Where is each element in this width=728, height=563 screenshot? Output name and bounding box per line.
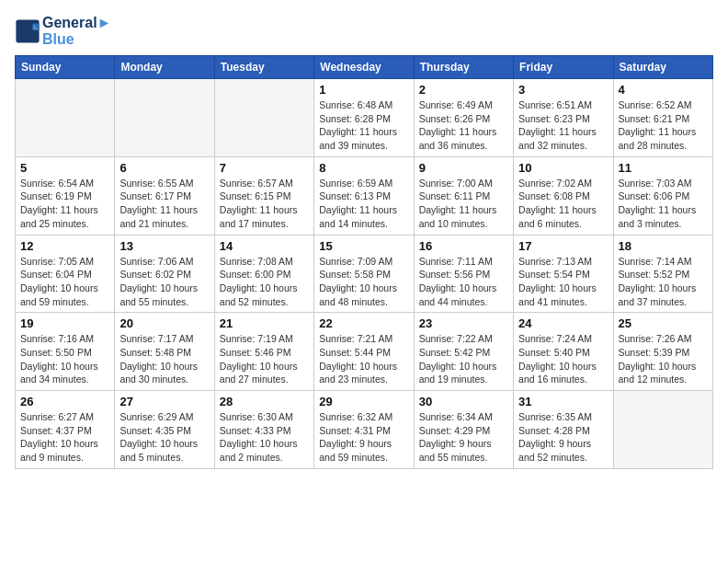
day-number: 10 — [518, 161, 608, 175]
logo-icon — [15, 18, 40, 44]
day-info: Sunrise: 6:30 AMSunset: 4:33 PMDaylight:… — [220, 410, 309, 465]
day-number: 25 — [619, 316, 708, 330]
calendar-day-12: 12Sunrise: 7:05 AMSunset: 6:04 PMDayligh… — [16, 235, 115, 313]
day-number: 2 — [419, 83, 508, 97]
calendar-day-16: 16Sunrise: 7:11 AMSunset: 5:56 PMDayligh… — [414, 235, 513, 313]
day-number: 9 — [419, 161, 508, 175]
day-number: 27 — [119, 395, 209, 408]
calendar-empty-cell — [214, 79, 313, 157]
day-number: 31 — [518, 395, 608, 408]
day-info: Sunrise: 7:06 AMSunset: 6:02 PMDaylight:… — [119, 255, 209, 309]
day-number: 29 — [319, 395, 408, 408]
day-info: Sunrise: 6:52 AMSunset: 6:21 PMDaylight:… — [619, 98, 708, 153]
calendar-day-28: 28Sunrise: 6:30 AMSunset: 4:33 PMDayligh… — [214, 391, 313, 469]
day-number: 8 — [319, 161, 408, 175]
calendar-empty-cell — [16, 79, 115, 157]
day-info: Sunrise: 6:57 AMSunset: 6:15 PMDaylight:… — [220, 177, 309, 231]
day-number: 17 — [518, 239, 608, 253]
calendar-week-3: 12Sunrise: 7:05 AMSunset: 6:04 PMDayligh… — [16, 235, 713, 313]
day-number: 24 — [518, 316, 608, 330]
weekday-header-thursday: Thursday — [414, 56, 513, 79]
weekday-header-sunday: Sunday — [16, 56, 115, 79]
svg-rect-0 — [16, 19, 39, 42]
day-info: Sunrise: 7:00 AMSunset: 6:11 PMDaylight:… — [419, 177, 508, 231]
day-info: Sunrise: 6:51 AMSunset: 6:23 PMDaylight:… — [518, 98, 608, 153]
calendar-day-1: 1Sunrise: 6:48 AMSunset: 6:28 PMDaylight… — [314, 79, 414, 157]
calendar-day-8: 8Sunrise: 6:59 AMSunset: 6:13 PMDaylight… — [314, 156, 414, 235]
logo-text: General► Blue — [42, 15, 111, 48]
day-number: 20 — [119, 316, 209, 330]
calendar-day-3: 3Sunrise: 6:51 AMSunset: 6:23 PMDaylight… — [514, 79, 613, 157]
calendar-week-1: 1Sunrise: 6:48 AMSunset: 6:28 PMDaylight… — [16, 79, 713, 157]
day-number: 18 — [619, 239, 708, 253]
calendar-day-31: 31Sunrise: 6:35 AMSunset: 4:28 PMDayligh… — [514, 391, 613, 469]
day-info: Sunrise: 6:48 AMSunset: 6:28 PMDaylight:… — [319, 98, 408, 153]
calendar-day-27: 27Sunrise: 6:29 AMSunset: 4:35 PMDayligh… — [115, 391, 214, 469]
calendar-day-20: 20Sunrise: 7:17 AMSunset: 5:48 PMDayligh… — [115, 313, 214, 391]
day-info: Sunrise: 7:24 AMSunset: 5:40 PMDaylight:… — [518, 332, 608, 386]
calendar-day-26: 26Sunrise: 6:27 AMSunset: 4:37 PMDayligh… — [16, 391, 115, 469]
day-info: Sunrise: 7:08 AMSunset: 6:00 PMDaylight:… — [220, 255, 309, 309]
calendar-day-9: 9Sunrise: 7:00 AMSunset: 6:11 PMDaylight… — [414, 156, 513, 235]
calendar-day-21: 21Sunrise: 7:19 AMSunset: 5:46 PMDayligh… — [214, 313, 313, 391]
day-number: 7 — [220, 161, 309, 175]
day-number: 26 — [20, 395, 109, 408]
day-info: Sunrise: 7:11 AMSunset: 5:56 PMDaylight:… — [419, 255, 508, 309]
calendar-day-23: 23Sunrise: 7:22 AMSunset: 5:42 PMDayligh… — [414, 313, 513, 391]
calendar-week-4: 19Sunrise: 7:16 AMSunset: 5:50 PMDayligh… — [16, 313, 713, 391]
calendar-day-17: 17Sunrise: 7:13 AMSunset: 5:54 PMDayligh… — [514, 235, 613, 313]
day-number: 23 — [419, 316, 508, 330]
day-number: 19 — [20, 316, 109, 330]
calendar-day-5: 5Sunrise: 6:54 AMSunset: 6:19 PMDaylight… — [16, 156, 115, 235]
day-info: Sunrise: 6:32 AMSunset: 4:31 PMDaylight:… — [319, 410, 408, 465]
calendar-day-7: 7Sunrise: 6:57 AMSunset: 6:15 PMDaylight… — [214, 156, 313, 235]
day-info: Sunrise: 7:03 AMSunset: 6:06 PMDaylight:… — [619, 177, 708, 231]
calendar-week-2: 5Sunrise: 6:54 AMSunset: 6:19 PMDaylight… — [16, 156, 713, 235]
day-info: Sunrise: 7:09 AMSunset: 5:58 PMDaylight:… — [319, 255, 408, 309]
day-number: 22 — [319, 316, 408, 330]
day-info: Sunrise: 6:29 AMSunset: 4:35 PMDaylight:… — [119, 410, 209, 465]
weekday-header-saturday: Saturday — [613, 56, 712, 79]
calendar-table: SundayMondayTuesdayWednesdayThursdayFrid… — [15, 55, 713, 469]
weekday-header-wednesday: Wednesday — [314, 56, 414, 79]
day-info: Sunrise: 7:19 AMSunset: 5:46 PMDaylight:… — [220, 332, 309, 386]
calendar-day-19: 19Sunrise: 7:16 AMSunset: 5:50 PMDayligh… — [16, 313, 115, 391]
day-info: Sunrise: 7:14 AMSunset: 5:52 PMDaylight:… — [619, 255, 708, 309]
calendar-day-25: 25Sunrise: 7:26 AMSunset: 5:39 PMDayligh… — [613, 313, 712, 391]
day-info: Sunrise: 6:27 AMSunset: 4:37 PMDaylight:… — [20, 410, 109, 465]
day-number: 13 — [119, 239, 209, 253]
weekday-header-monday: Monday — [115, 56, 214, 79]
day-info: Sunrise: 7:22 AMSunset: 5:42 PMDaylight:… — [419, 332, 508, 386]
calendar-day-18: 18Sunrise: 7:14 AMSunset: 5:52 PMDayligh… — [613, 235, 712, 313]
day-info: Sunrise: 6:54 AMSunset: 6:19 PMDaylight:… — [20, 177, 109, 231]
calendar-day-10: 10Sunrise: 7:02 AMSunset: 6:08 PMDayligh… — [514, 156, 613, 235]
day-info: Sunrise: 7:13 AMSunset: 5:54 PMDaylight:… — [518, 255, 608, 309]
day-number: 16 — [419, 239, 508, 253]
page-header: General► Blue — [15, 15, 713, 48]
calendar-empty-cell — [613, 391, 712, 469]
calendar-day-13: 13Sunrise: 7:06 AMSunset: 6:02 PMDayligh… — [115, 235, 214, 313]
day-number: 1 — [319, 83, 408, 97]
day-info: Sunrise: 7:16 AMSunset: 5:50 PMDaylight:… — [20, 332, 109, 386]
day-number: 5 — [20, 161, 109, 175]
day-info: Sunrise: 7:26 AMSunset: 5:39 PMDaylight:… — [619, 332, 708, 386]
calendar-day-30: 30Sunrise: 6:34 AMSunset: 4:29 PMDayligh… — [414, 391, 513, 469]
weekday-header-tuesday: Tuesday — [214, 56, 313, 79]
day-number: 21 — [220, 316, 309, 330]
day-number: 14 — [220, 239, 309, 253]
day-info: Sunrise: 6:59 AMSunset: 6:13 PMDaylight:… — [319, 177, 408, 231]
calendar-day-14: 14Sunrise: 7:08 AMSunset: 6:00 PMDayligh… — [214, 235, 313, 313]
day-info: Sunrise: 7:21 AMSunset: 5:44 PMDaylight:… — [319, 332, 408, 386]
day-number: 11 — [619, 161, 708, 175]
calendar-day-4: 4Sunrise: 6:52 AMSunset: 6:21 PMDaylight… — [613, 79, 712, 157]
day-number: 30 — [419, 395, 508, 408]
day-info: Sunrise: 6:35 AMSunset: 4:28 PMDaylight:… — [518, 410, 608, 465]
day-number: 15 — [319, 239, 408, 253]
logo: General► Blue — [15, 15, 111, 48]
day-number: 12 — [20, 239, 109, 253]
day-number: 4 — [619, 83, 708, 97]
day-info: Sunrise: 6:55 AMSunset: 6:17 PMDaylight:… — [119, 177, 209, 231]
calendar-day-24: 24Sunrise: 7:24 AMSunset: 5:40 PMDayligh… — [514, 313, 613, 391]
calendar-empty-cell — [115, 79, 214, 157]
day-info: Sunrise: 7:02 AMSunset: 6:08 PMDaylight:… — [518, 177, 608, 231]
